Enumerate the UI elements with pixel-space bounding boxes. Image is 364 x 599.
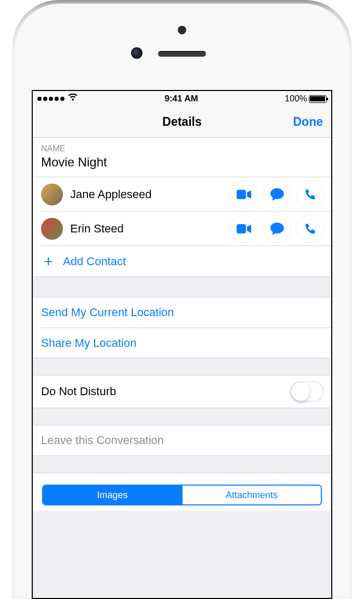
contact-actions <box>230 181 324 208</box>
plus-icon: + <box>38 253 59 270</box>
tab-attachments[interactable]: Attachments <box>181 486 321 504</box>
attachments-section: Images Attachments <box>33 473 331 511</box>
phone-speaker <box>158 51 206 57</box>
name-header: NAME <box>33 138 331 155</box>
avatar <box>41 184 63 205</box>
contact-name: Jane Appleseed <box>70 188 230 201</box>
page-title: Details <box>162 115 201 129</box>
status-time: 9:41 AM <box>164 94 198 104</box>
screen: 9:41 AM 100% Details Done NAME Movie Nig… <box>32 90 332 599</box>
location-section: Send My Current Location Share My Locati… <box>33 297 331 358</box>
leave-conversation-button[interactable]: Leave this Conversation <box>33 425 331 455</box>
send-location-label: Send My Current Location <box>41 306 174 319</box>
group-name-field[interactable]: Movie Night <box>33 155 331 177</box>
dnd-row: Do Not Disturb <box>33 375 331 408</box>
dnd-toggle[interactable] <box>290 381 324 402</box>
add-contact-label: Add Contact <box>63 255 126 268</box>
contact-name: Erin Steed <box>70 222 230 236</box>
sensor-dot <box>178 26 186 34</box>
contact-actions <box>230 215 324 242</box>
phone-frame: 9:41 AM 100% Details Done NAME Movie Nig… <box>0 0 364 599</box>
add-contact-button[interactable]: + Add Contact <box>41 245 331 277</box>
message-button[interactable] <box>264 181 291 208</box>
done-button[interactable]: Done <box>293 115 323 129</box>
contact-row[interactable]: Erin Steed <box>41 211 331 245</box>
avatar <box>41 218 63 240</box>
nav-bar: Details Done <box>33 107 331 138</box>
status-left <box>37 94 78 104</box>
front-camera <box>131 47 142 59</box>
toggle-knob <box>291 382 310 401</box>
dnd-label: Do Not Disturb <box>41 385 290 398</box>
segmented-control: Images Attachments <box>42 485 322 505</box>
contact-row[interactable]: Jane Appleseed <box>33 177 331 211</box>
signal-strength-icon <box>37 97 64 101</box>
svg-rect-1 <box>237 224 246 233</box>
wifi-icon <box>68 94 78 104</box>
facetime-video-button[interactable] <box>230 181 257 208</box>
share-location-button[interactable]: Share My Location <box>41 328 331 358</box>
tab-images[interactable]: Images <box>43 486 181 504</box>
leave-section: Leave this Conversation <box>33 425 331 456</box>
leave-label: Leave this Conversation <box>41 434 324 447</box>
call-button[interactable] <box>297 181 324 208</box>
battery-icon <box>309 95 327 103</box>
dnd-section: Do Not Disturb <box>33 375 331 408</box>
share-location-label: Share My Location <box>41 336 136 350</box>
call-button[interactable] <box>297 215 324 242</box>
facetime-video-button[interactable] <box>230 215 257 242</box>
battery-percentage: 100% <box>285 94 307 104</box>
message-button[interactable] <box>264 215 291 242</box>
status-right: 100% <box>285 94 327 104</box>
status-bar: 9:41 AM 100% <box>33 91 331 107</box>
svg-rect-0 <box>237 190 246 199</box>
name-section: NAME Movie Night Jane Appleseed <box>33 138 331 277</box>
send-location-button[interactable]: Send My Current Location <box>33 297 331 328</box>
